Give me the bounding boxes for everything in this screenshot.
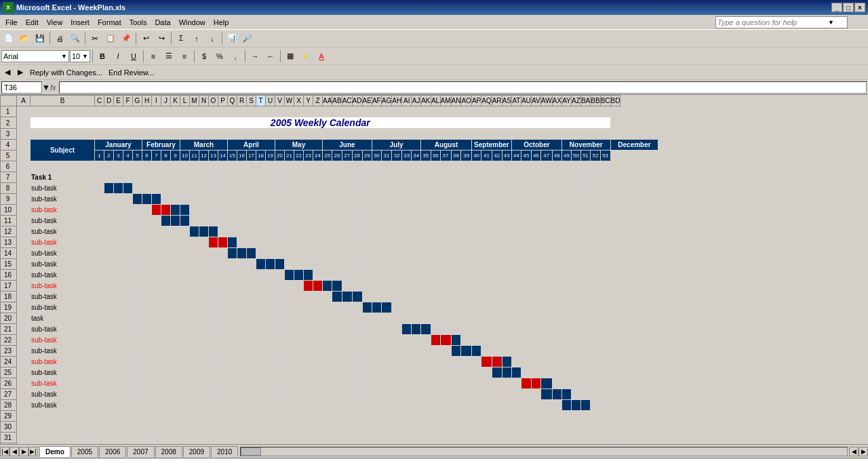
col-E[interactable]: E bbox=[114, 96, 123, 106]
col-AU[interactable]: AU bbox=[521, 96, 531, 106]
indent-increase-button[interactable]: → bbox=[248, 49, 262, 64]
fontsize-selector[interactable]: 10 ▼ bbox=[70, 50, 90, 62]
font-color-button[interactable]: A bbox=[314, 49, 329, 64]
r7w25[interactable] bbox=[323, 172, 332, 183]
label-r22[interactable]: sub-task bbox=[31, 335, 95, 346]
r7w51[interactable] bbox=[580, 172, 590, 183]
col-BA[interactable]: BA bbox=[580, 96, 590, 106]
col-O[interactable]: O bbox=[209, 96, 218, 106]
r7w30[interactable] bbox=[372, 172, 381, 183]
tab-nav-first[interactable]: |◀ bbox=[0, 447, 9, 456]
label-r13[interactable]: sub-task bbox=[31, 237, 95, 248]
sheet-tab-2009[interactable]: 2009 bbox=[183, 446, 210, 457]
col-AF[interactable]: AF bbox=[372, 96, 381, 106]
label-r10[interactable]: sub-task bbox=[31, 205, 95, 216]
col-D[interactable]: D bbox=[104, 96, 114, 106]
r7w29[interactable] bbox=[362, 172, 372, 183]
col-AJ[interactable]: AJ bbox=[412, 96, 421, 106]
label-r18[interactable]: sub-task bbox=[31, 292, 95, 302]
cell-A4[interactable] bbox=[17, 140, 31, 151]
r7w5[interactable] bbox=[133, 172, 142, 183]
r7w28[interactable] bbox=[352, 172, 362, 183]
r7w22[interactable] bbox=[294, 172, 304, 183]
r7w47[interactable] bbox=[540, 172, 552, 183]
menu-window[interactable]: Window bbox=[175, 16, 210, 29]
col-AX[interactable]: AX bbox=[552, 96, 561, 106]
cell-reference[interactable]: T36 bbox=[1, 81, 42, 94]
col-Z[interactable]: Z bbox=[313, 96, 323, 106]
print-button[interactable]: 🖨 bbox=[52, 31, 67, 46]
r7w1[interactable] bbox=[95, 172, 104, 183]
r7w23[interactable] bbox=[304, 172, 313, 183]
label-r27[interactable]: sub-task bbox=[31, 389, 95, 400]
col-B[interactable]: B bbox=[31, 96, 95, 106]
col-S[interactable]: S bbox=[247, 96, 256, 106]
cut-button[interactable]: ✂ bbox=[87, 31, 102, 46]
cell-C3-merged[interactable] bbox=[95, 129, 611, 140]
col-Q[interactable]: Q bbox=[228, 96, 237, 106]
col-AN[interactable]: AN bbox=[451, 96, 461, 106]
r7w43[interactable] bbox=[502, 172, 511, 183]
r7w9[interactable] bbox=[171, 172, 180, 183]
r7w13[interactable] bbox=[209, 172, 218, 183]
font-selector[interactable]: Arial ▼ bbox=[1, 50, 69, 62]
align-center-button[interactable]: ☰ bbox=[161, 49, 176, 64]
col-U[interactable]: U bbox=[266, 96, 275, 106]
copy-button[interactable]: 📋 bbox=[103, 31, 118, 46]
cell-A2[interactable] bbox=[17, 117, 31, 129]
cell-A5[interactable] bbox=[17, 151, 31, 161]
label-r20[interactable]: task bbox=[31, 313, 95, 324]
col-AR[interactable]: AR bbox=[492, 96, 502, 106]
r7w49[interactable] bbox=[561, 172, 571, 183]
menu-help[interactable]: Help bbox=[210, 16, 233, 29]
cell-B6[interactable] bbox=[31, 161, 95, 172]
col-BB[interactable]: BB bbox=[591, 96, 600, 106]
currency-button[interactable]: $ bbox=[197, 49, 212, 64]
hscroll-thumb[interactable] bbox=[241, 447, 261, 456]
col-X[interactable]: X bbox=[294, 96, 304, 106]
col-I[interactable]: I bbox=[152, 96, 161, 106]
bold-button[interactable]: B bbox=[95, 49, 110, 64]
grid-scroll[interactable]: A B C D E F G H I J K L M N O P Q bbox=[0, 95, 868, 444]
r7w10[interactable] bbox=[180, 172, 190, 183]
sheet-tab-demo[interactable]: Demo bbox=[39, 446, 71, 457]
col-AE[interactable]: AE bbox=[362, 96, 372, 106]
r7w7[interactable] bbox=[152, 172, 161, 183]
cells-C6[interactable] bbox=[95, 161, 611, 172]
col-AZ[interactable]: AZ bbox=[571, 96, 580, 106]
help-input[interactable] bbox=[716, 18, 828, 26]
font-dropdown-icon[interactable]: ▼ bbox=[61, 53, 67, 60]
col-AA[interactable]: AA bbox=[323, 96, 332, 106]
save-button[interactable]: 💾 bbox=[33, 31, 47, 46]
label-r25[interactable]: sub-task bbox=[31, 367, 95, 378]
redo-button[interactable]: ↪ bbox=[154, 31, 169, 46]
col-H[interactable]: H bbox=[142, 96, 152, 106]
col-L[interactable]: L bbox=[180, 96, 190, 106]
cell-A7[interactable] bbox=[17, 172, 31, 183]
col-J[interactable]: J bbox=[161, 96, 171, 106]
r7w20[interactable] bbox=[275, 172, 285, 183]
r7w24[interactable] bbox=[313, 172, 323, 183]
hscroll-left[interactable]: ◀ bbox=[849, 447, 859, 456]
menu-tools[interactable]: Tools bbox=[125, 16, 151, 29]
r7w52[interactable] bbox=[591, 172, 600, 183]
r7w15[interactable] bbox=[228, 172, 237, 183]
r7w42[interactable] bbox=[492, 172, 502, 183]
r7w19[interactable] bbox=[266, 172, 275, 183]
sort-desc-button[interactable]: ↓ bbox=[205, 31, 220, 46]
r7w48[interactable] bbox=[552, 172, 561, 183]
label-r16[interactable]: sub-task bbox=[31, 270, 95, 281]
align-left-button[interactable]: ≡ bbox=[146, 49, 161, 64]
help-dropdown-icon[interactable]: ▼ bbox=[828, 19, 834, 26]
comma-button[interactable]: , bbox=[228, 49, 243, 64]
autosum-button[interactable]: Σ bbox=[174, 31, 189, 46]
r7w46[interactable] bbox=[531, 172, 540, 183]
label-r26[interactable]: sub-task bbox=[31, 378, 95, 389]
menu-data[interactable]: Data bbox=[151, 16, 174, 29]
col-AM[interactable]: AM bbox=[440, 96, 451, 106]
col-AW[interactable]: AW bbox=[540, 96, 552, 106]
col-V[interactable]: V bbox=[275, 96, 285, 106]
r7w32[interactable] bbox=[392, 172, 402, 183]
col-AQ[interactable]: AQ bbox=[481, 96, 492, 106]
r7w53[interactable] bbox=[600, 172, 610, 183]
